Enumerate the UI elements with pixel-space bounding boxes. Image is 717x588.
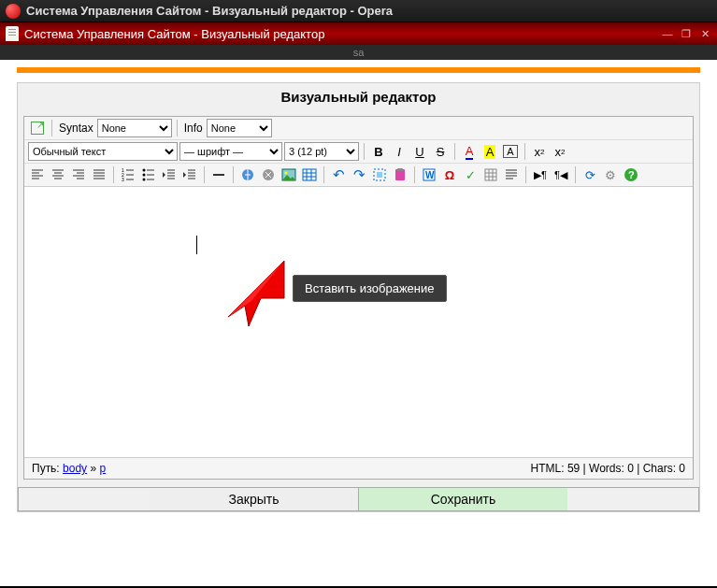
action-bar: Закрыть Сохранить: [18, 487, 699, 511]
svg-rect-14: [397, 168, 403, 171]
ltr-button[interactable]: ▶¶: [531, 165, 550, 184]
svg-text:3: 3: [122, 177, 124, 182]
refresh-button[interactable]: ⟳: [581, 165, 599, 184]
minimize-icon[interactable]: —: [661, 27, 674, 40]
italic-button[interactable]: I: [390, 142, 409, 161]
info-label: Info: [182, 122, 205, 135]
close-button[interactable]: Закрыть: [150, 488, 359, 510]
svg-rect-17: [485, 169, 496, 180]
save-button[interactable]: Сохранить: [359, 488, 567, 510]
toolbar-row-2: Обычный текст — шрифт — 3 (12 pt) B I U …: [24, 139, 693, 163]
svg-rect-12: [377, 172, 382, 178]
svg-text:?: ?: [628, 169, 635, 180]
superscript-button[interactable]: x2: [551, 142, 569, 161]
pasteword-button[interactable]: W: [420, 165, 438, 184]
opera-icon: [6, 4, 21, 19]
unordered-list-button[interactable]: [139, 165, 158, 184]
close-icon[interactable]: ✕: [698, 27, 711, 40]
status-bar: Путь: body » p HTML: 59 | Words: 0 | Cha…: [24, 457, 693, 479]
document-icon: [6, 26, 19, 41]
panel-title: Визуальный редактор: [18, 83, 699, 110]
toolbar-row-3: 123 ↶ ↷ W Ω ✓: [24, 163, 693, 186]
subscript-button[interactable]: x2: [530, 142, 549, 161]
outdent-button[interactable]: [160, 165, 179, 184]
svg-point-5: [143, 179, 146, 181]
grid-button[interactable]: [481, 165, 500, 184]
size-select[interactable]: 3 (12 pt): [284, 142, 359, 161]
accent-bar: [17, 67, 700, 73]
link-button[interactable]: [238, 165, 257, 184]
symbol-button[interactable]: Ω: [440, 165, 459, 184]
settings-button[interactable]: ⚙: [601, 165, 620, 184]
svg-point-3: [143, 169, 146, 172]
image-button[interactable]: [280, 165, 298, 184]
element-path: Путь: body » p: [32, 462, 106, 475]
underline-button[interactable]: U: [410, 142, 429, 161]
font-select[interactable]: — шрифт —: [179, 142, 282, 161]
bold-button[interactable]: B: [369, 142, 388, 161]
align-center-button[interactable]: [49, 165, 67, 184]
backcolor-button[interactable]: A: [480, 142, 499, 161]
maximize-icon[interactable]: ❐: [680, 27, 693, 40]
strike-button[interactable]: S: [431, 142, 450, 161]
path-body-link[interactable]: body: [63, 462, 87, 475]
browser-title: Система Управления Сайтом - Визуальный р…: [26, 4, 393, 18]
address-hint: sa: [0, 45, 717, 60]
align-right-button[interactable]: [69, 165, 88, 184]
table-button[interactable]: [300, 165, 319, 184]
toolbar-row-1: Syntax None Info None: [24, 117, 693, 139]
source-button[interactable]: [502, 165, 521, 184]
redo-button[interactable]: ↷: [350, 165, 368, 184]
removeformat-button[interactable]: A: [501, 142, 520, 161]
unlink-button[interactable]: [259, 165, 278, 184]
syntax-label: Syntax: [57, 122, 95, 135]
hr-button[interactable]: [209, 165, 228, 184]
page-content: Визуальный редактор Syntax None Info Non…: [0, 60, 717, 586]
syntax-select[interactable]: None: [97, 119, 172, 137]
browser-titlebar: Система Управления Сайтом - Визуальный р…: [0, 0, 717, 22]
svg-text:W: W: [425, 170, 435, 180]
spellcheck-button[interactable]: ✓: [461, 165, 480, 184]
path-p-link[interactable]: p: [99, 462, 106, 475]
tab-title: Система Управления Сайтом - Визуальный р…: [24, 27, 661, 41]
fullscreen-button[interactable]: [28, 119, 47, 137]
svg-point-4: [143, 174, 146, 177]
info-select[interactable]: None: [207, 119, 272, 137]
paste-button[interactable]: [391, 165, 409, 184]
tab-bar: Система Управления Сайтом - Визуальный р…: [0, 22, 717, 45]
align-left-button[interactable]: [28, 165, 47, 184]
svg-rect-10: [303, 169, 316, 180]
tooltip: Вставить изображение: [293, 275, 447, 302]
svg-point-9: [285, 172, 288, 175]
forecolor-button[interactable]: A: [460, 142, 479, 161]
undo-button[interactable]: ↶: [329, 165, 348, 184]
align-justify-button[interactable]: [90, 165, 108, 184]
text-cursor: [196, 236, 197, 254]
editor-textarea[interactable]: [24, 186, 693, 457]
format-select[interactable]: Обычный текст: [28, 142, 178, 161]
help-button[interactable]: ?: [622, 165, 640, 184]
editor-stats: HTML: 59 | Words: 0 | Chars: 0: [531, 462, 685, 475]
rtl-button[interactable]: ¶◀: [552, 165, 570, 184]
ordered-list-button[interactable]: 123: [119, 165, 137, 184]
selectall-button[interactable]: [370, 165, 389, 184]
indent-button[interactable]: [180, 165, 199, 184]
